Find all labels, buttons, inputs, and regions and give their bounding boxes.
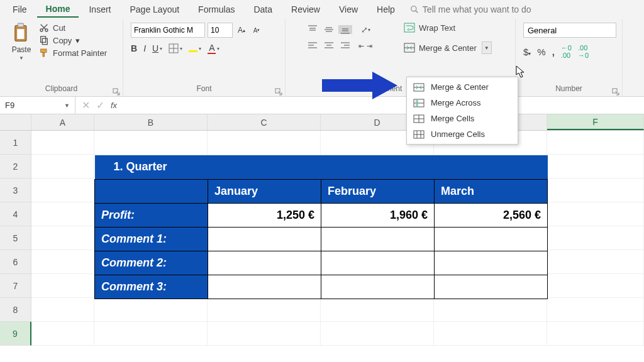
copy-button[interactable]: Copy ▾ [39, 35, 107, 45]
number-format-input[interactable] [523, 23, 616, 38]
cell[interactable] [31, 131, 94, 155]
menu-unmerge-cells[interactable]: Unmerge Cells [407, 126, 518, 142]
menu-merge-and-center[interactable]: Merge & Center [407, 79, 518, 95]
tell-me-search[interactable]: Tell me what you want to do [410, 4, 531, 14]
empty-cell[interactable] [321, 275, 435, 299]
format-painter-button[interactable]: Format Painter [39, 48, 107, 58]
cell[interactable] [547, 131, 644, 155]
profit-label[interactable]: Profit: [95, 203, 208, 227]
italic-button[interactable]: I [143, 43, 146, 53]
profit-value[interactable]: 1,960 € [321, 203, 435, 227]
cell[interactable] [434, 322, 547, 346]
indent-buttons[interactable]: ⇤ ⇥ [355, 42, 376, 50]
cell[interactable] [547, 250, 644, 274]
row-head-9[interactable]: 9 [0, 322, 31, 346]
clipboard-launcher[interactable] [113, 87, 120, 94]
font-launcher[interactable] [275, 87, 282, 94]
enter-formula-button[interactable]: ✓ [96, 99, 104, 111]
cell[interactable] [434, 298, 547, 322]
col-head-f[interactable]: F [547, 114, 644, 130]
fill-color-button[interactable]: ▾ [189, 45, 201, 52]
cell[interactable] [321, 298, 434, 322]
wrap-text-button[interactable]: Wrap Text [404, 23, 492, 33]
cell[interactable] [31, 274, 94, 298]
table-header-month[interactable]: January [208, 179, 321, 203]
cell[interactable] [31, 322, 94, 346]
table-header-month[interactable]: March [435, 179, 548, 203]
select-all-corner[interactable] [0, 114, 31, 130]
row-head-4[interactable]: 4 [0, 202, 31, 226]
row-head-6[interactable]: 6 [0, 250, 31, 274]
profit-value[interactable]: 2,560 € [435, 203, 548, 227]
tab-review[interactable]: Review [282, 2, 329, 17]
accounting-format-button[interactable]: $▾ [523, 47, 531, 57]
cell[interactable] [94, 131, 208, 155]
cell[interactable] [31, 202, 94, 226]
cell[interactable] [547, 155, 644, 178]
empty-cell[interactable] [435, 251, 548, 275]
bold-button[interactable]: B [131, 43, 137, 53]
empty-cell[interactable] [321, 227, 435, 251]
cell[interactable] [547, 298, 644, 322]
name-box[interactable]: F9 ▼ [0, 97, 75, 114]
decrease-decimal-button[interactable]: .00→0 [578, 44, 589, 59]
cell[interactable] [547, 274, 644, 298]
number-launcher[interactable] [612, 87, 619, 94]
col-head-b[interactable]: B [94, 114, 208, 130]
decrease-font-button[interactable]: A▾ [250, 23, 263, 37]
tab-formulas[interactable]: Formulas [189, 2, 243, 17]
empty-cell[interactable] [208, 251, 321, 275]
col-head-a[interactable]: A [31, 114, 94, 130]
align-top-button[interactable] [306, 25, 319, 34]
align-center-button[interactable] [322, 41, 336, 50]
row-head-8[interactable]: 8 [0, 298, 31, 322]
row-head-7[interactable]: 7 [0, 274, 31, 298]
cancel-formula-button[interactable]: ✕ [82, 99, 90, 111]
comment-label[interactable]: Comment 3: [95, 275, 208, 299]
font-name-input[interactable] [131, 23, 205, 38]
empty-cell[interactable] [208, 275, 321, 299]
cell[interactable] [31, 298, 94, 322]
cell[interactable] [31, 226, 94, 250]
paste-button[interactable]: Paste ▼ [8, 23, 35, 61]
menu-merge-cells[interactable]: Merge Cells [407, 111, 518, 126]
percent-format-button[interactable]: % [537, 47, 545, 57]
comma-format-button[interactable]: , [552, 47, 555, 57]
cell[interactable] [547, 178, 644, 202]
comment-label[interactable]: Comment 2: [95, 251, 208, 275]
font-color-button[interactable]: A▾ [208, 43, 219, 54]
profit-value[interactable]: 1,250 € [208, 203, 321, 227]
cell[interactable] [31, 250, 94, 274]
align-left-button[interactable] [306, 41, 319, 50]
merge-center-button[interactable]: Merge & Center ▼ [404, 41, 492, 54]
increase-decimal-button[interactable]: ←0.00 [561, 44, 572, 59]
row-head-5[interactable]: 5 [0, 226, 31, 250]
cell[interactable] [208, 322, 321, 346]
menu-merge-across[interactable]: Merge Across [407, 95, 518, 111]
tab-view[interactable]: View [330, 2, 367, 17]
row-head-1[interactable]: 1 [0, 131, 31, 155]
empty-cell[interactable] [435, 275, 548, 299]
cell[interactable] [208, 131, 321, 155]
cell[interactable] [547, 202, 644, 226]
row-head-2[interactable]: 2 [0, 155, 31, 178]
tab-help[interactable]: Help [368, 2, 404, 17]
tab-page-layout[interactable]: Page Layout [121, 2, 188, 17]
align-bottom-button[interactable] [338, 25, 352, 34]
row-head-3[interactable]: 3 [0, 178, 31, 202]
tab-home[interactable]: Home [37, 1, 79, 18]
formula-input[interactable] [123, 97, 644, 114]
empty-cell[interactable] [435, 227, 548, 251]
table-header-month[interactable]: February [321, 179, 435, 203]
cell[interactable] [94, 298, 208, 322]
spreadsheet-grid[interactable]: A B C D E F 123456789 1. Quarter January… [0, 114, 644, 346]
tab-data[interactable]: Data [245, 2, 281, 17]
tab-file[interactable]: File [4, 2, 36, 17]
cell[interactable] [321, 322, 434, 346]
comment-label[interactable]: Comment 1: [95, 227, 208, 251]
font-size-input[interactable] [208, 23, 233, 38]
empty-cell[interactable] [321, 251, 435, 275]
cell[interactable] [208, 298, 321, 322]
tab-insert[interactable]: Insert [80, 2, 119, 17]
cell[interactable] [31, 155, 94, 178]
